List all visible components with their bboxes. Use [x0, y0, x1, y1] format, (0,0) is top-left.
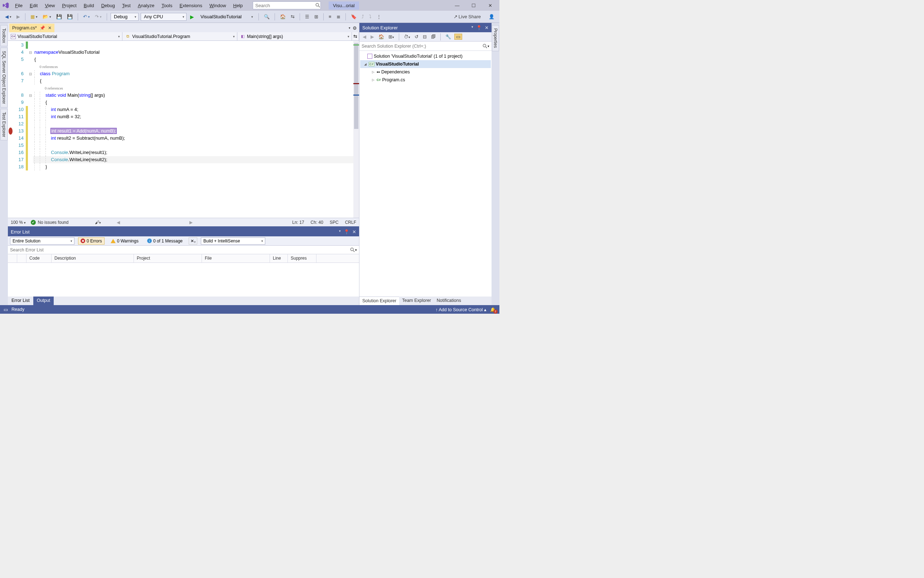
- switch-views-icon[interactable]: ⊞▾: [387, 33, 395, 40]
- save-all-button[interactable]: 💾: [65, 13, 74, 20]
- notifications-button[interactable]: 🔔2: [490, 307, 496, 312]
- start-debugging-button[interactable]: ▶: [189, 13, 196, 21]
- back-icon[interactable]: ◀: [361, 33, 367, 40]
- tb-btn3[interactable]: ⊞: [313, 13, 320, 20]
- column-header[interactable]: Project: [134, 254, 202, 263]
- pin-tab-icon[interactable]: 📌: [40, 26, 45, 31]
- bookmark-icon[interactable]: 🔖: [349, 13, 358, 20]
- menu-view[interactable]: View: [41, 1, 58, 10]
- menu-build[interactable]: Build: [80, 1, 98, 10]
- code-surface[interactable]: namespaceVisualStudioTutorial{ 0 referen…: [33, 41, 353, 218]
- dock-tab[interactable]: Error List: [8, 297, 33, 305]
- rail-tab[interactable]: SQL Server Object Explorer: [0, 48, 8, 107]
- rail-tab[interactable]: Toolbox: [0, 25, 8, 46]
- column-header[interactable]: [17, 254, 26, 263]
- solution-explorer-header[interactable]: Solution Explorer ▾ 📍 ✕: [360, 23, 491, 32]
- pending-changes-icon[interactable]: ⏱▾: [403, 33, 411, 40]
- properties-icon[interactable]: 🔧: [444, 33, 452, 40]
- active-files-dropdown-icon[interactable]: ▾: [349, 26, 350, 30]
- open-button[interactable]: 📂▾: [41, 13, 53, 20]
- close-button[interactable]: ✕: [485, 0, 495, 10]
- indent-mode[interactable]: SPC: [330, 220, 339, 225]
- panel-close-icon[interactable]: ✕: [352, 229, 356, 235]
- zoom-combo[interactable]: 100 % ▾: [11, 220, 26, 225]
- file-node[interactable]: ▷ C# Program.cs: [360, 76, 491, 84]
- solution-explorer-search[interactable]: ▾: [360, 42, 491, 51]
- scope-combo[interactable]: Entire Solution: [10, 237, 75, 245]
- dock-tab[interactable]: Notifications: [434, 297, 464, 305]
- solution-search-input[interactable]: [361, 44, 483, 49]
- menu-extensions[interactable]: Extensions: [176, 1, 206, 10]
- breakpoint-margin[interactable]: [8, 41, 13, 218]
- scrollbar-thumb[interactable]: [354, 43, 358, 129]
- warnings-filter-button[interactable]: 0 Warnings: [108, 237, 141, 245]
- outlining-margin[interactable]: ⊟⊟⊟: [28, 41, 33, 218]
- live-share-button[interactable]: ↗ Live Share: [452, 13, 482, 20]
- dock-tab[interactable]: Solution Explorer: [360, 297, 399, 305]
- clear-filter-button[interactable]: ✕ᵧ: [189, 237, 197, 245]
- line-ending[interactable]: CRLF: [345, 220, 356, 225]
- tb-overflow-icon[interactable]: ⋮: [375, 13, 383, 20]
- collapse-all-icon[interactable]: ⊟: [422, 33, 428, 40]
- minimize-button[interactable]: —: [452, 0, 462, 10]
- menu-test[interactable]: Test: [118, 1, 134, 10]
- nav-forward-button[interactable]: ▶: [15, 13, 21, 20]
- error-list-header[interactable]: Error List ▾ 📍 ✕: [8, 227, 359, 236]
- issues-indicator[interactable]: ✔No issues found: [31, 220, 68, 225]
- dock-tab[interactable]: Output: [33, 297, 54, 305]
- account-icon[interactable]: 👤: [487, 13, 496, 20]
- nav-project-combo[interactable]: C#VisualStudioTutorial: [8, 32, 122, 41]
- solution-node[interactable]: Solution 'VisualStudioTutorial' (1 of 1 …: [360, 52, 491, 60]
- search-options-icon[interactable]: ▾: [488, 44, 490, 48]
- menu-debug[interactable]: Debug: [98, 1, 118, 10]
- menu-window[interactable]: Window: [206, 1, 230, 10]
- column-header[interactable]: Description: [52, 254, 134, 263]
- nav-next-icon[interactable]: ▶: [190, 220, 193, 225]
- quick-search[interactable]: [253, 2, 321, 9]
- expander-icon[interactable]: ▷: [371, 78, 375, 82]
- dock-tab[interactable]: Team Explorer: [399, 297, 434, 305]
- sync-icon[interactable]: ↺: [413, 33, 420, 40]
- configuration-combo[interactable]: Debug: [110, 13, 139, 21]
- menu-analyze[interactable]: Analyze: [134, 1, 158, 10]
- prev-bookmark-icon[interactable]: ⤴: [360, 13, 366, 20]
- menu-file[interactable]: File: [11, 1, 26, 10]
- tb-btn2[interactable]: ☰: [303, 13, 311, 20]
- column-header[interactable]: Suppres: [288, 254, 316, 263]
- project-node[interactable]: ◢ C# VisualStudioTutorial: [360, 60, 491, 68]
- uncomment-icon[interactable]: ≣: [335, 13, 342, 20]
- preview-icon[interactable]: ▭: [454, 34, 462, 40]
- menu-tools[interactable]: Tools: [158, 1, 176, 10]
- column-header[interactable]: [8, 254, 17, 263]
- source-combo[interactable]: Build + IntelliSense: [201, 237, 265, 245]
- panel-close-icon[interactable]: ✕: [485, 25, 489, 31]
- split-editor-icon[interactable]: ⇆: [352, 32, 359, 41]
- start-target-combo[interactable]: VisualStudioTutorial: [198, 13, 255, 21]
- rail-tab[interactable]: Properties: [492, 25, 499, 51]
- panel-pin-icon[interactable]: 📍: [476, 25, 482, 31]
- close-tab-icon[interactable]: ✕: [48, 26, 52, 31]
- search-options-icon[interactable]: ▾: [355, 248, 357, 252]
- find-in-files-icon[interactable]: 🔍: [263, 13, 271, 20]
- forward-icon[interactable]: ▶: [370, 33, 375, 40]
- panel-menu-icon[interactable]: ▾: [472, 25, 473, 31]
- messages-filter-button[interactable]: i0 of 1 Message: [144, 237, 185, 245]
- nav-class-combo[interactable]: ⧉VisualStudioTutorial.Program: [122, 32, 237, 41]
- menu-project[interactable]: Project: [58, 1, 80, 10]
- nav-member-combo[interactable]: ◧Main(string[] args): [237, 32, 352, 41]
- rail-tab[interactable]: Test Explorer: [0, 109, 8, 140]
- nav-back-button[interactable]: ◀▾: [3, 13, 13, 20]
- tab-settings-icon[interactable]: ⚙: [353, 26, 357, 31]
- error-list-search-input[interactable]: [10, 247, 350, 252]
- next-bookmark-icon[interactable]: ⤵: [368, 13, 373, 20]
- source-control-button[interactable]: ↑ Add to Source Control ▴: [435, 307, 486, 312]
- save-button[interactable]: 💾: [55, 13, 63, 20]
- platform-combo[interactable]: Any CPU: [141, 13, 186, 21]
- cleanup-icon[interactable]: 🖌▾: [95, 220, 101, 225]
- new-project-button[interactable]: ▦▾: [29, 13, 39, 20]
- expander-icon[interactable]: ◢: [363, 62, 367, 66]
- redo-button[interactable]: ↷▾: [94, 13, 103, 20]
- maximize-button[interactable]: ☐: [468, 0, 479, 10]
- show-all-files-icon[interactable]: 🗐: [430, 33, 437, 40]
- nav-prev-icon[interactable]: ◀: [117, 220, 120, 225]
